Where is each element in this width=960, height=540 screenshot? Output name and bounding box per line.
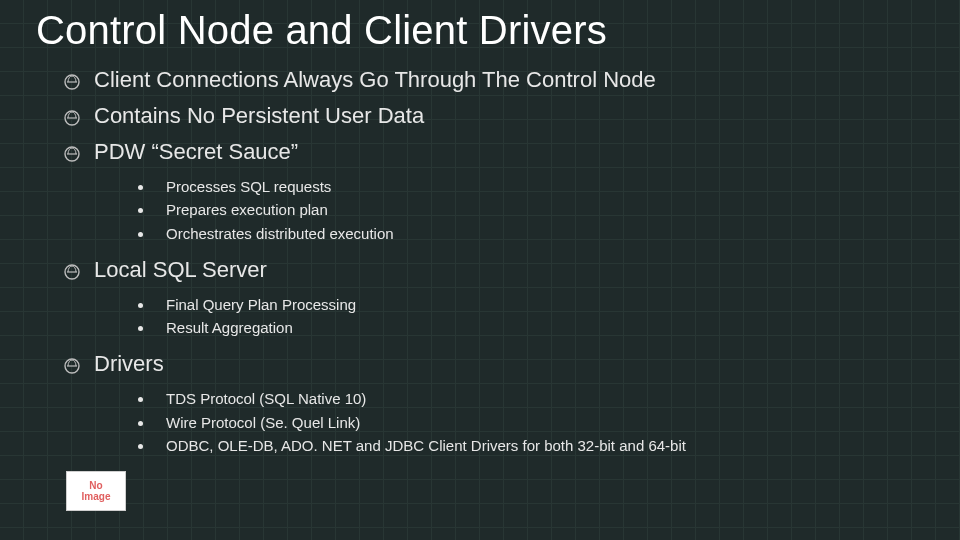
main-bullet-label: Client Connections Always Go Through The… — [94, 67, 656, 93]
main-bullet: Local SQL Server — [64, 257, 924, 283]
no-image-placeholder: NoImage — [66, 471, 126, 511]
sub-bullet: TDS Protocol (SQL Native 10) — [154, 387, 924, 410]
coin-icon — [64, 74, 80, 90]
coin-icon — [64, 358, 80, 374]
coin-icon — [64, 264, 80, 280]
sub-bullet-list: Final Query Plan ProcessingResult Aggreg… — [64, 293, 924, 340]
sub-bullet: Result Aggregation — [154, 316, 924, 339]
sub-bullet-list: TDS Protocol (SQL Native 10)Wire Protoco… — [64, 387, 924, 457]
main-bullet: Client Connections Always Go Through The… — [64, 67, 924, 93]
main-bullet: Drivers — [64, 351, 924, 377]
coin-icon — [64, 146, 80, 162]
sub-bullet-list: Processes SQL requestsPrepares execution… — [64, 175, 924, 245]
sub-bullet: Final Query Plan Processing — [154, 293, 924, 316]
main-bullet-list: Client Connections Always Go Through The… — [36, 67, 924, 457]
coin-icon — [64, 110, 80, 126]
sub-bullet: Processes SQL requests — [154, 175, 924, 198]
main-bullet: Contains No Persistent User Data — [64, 103, 924, 129]
main-bullet: PDW “Secret Sauce” — [64, 139, 924, 165]
sub-bullet: Wire Protocol (Se. Quel Link) — [154, 411, 924, 434]
sub-bullet: Orchestrates distributed execution — [154, 222, 924, 245]
sub-bullet: ODBC, OLE-DB, ADO. NET and JDBC Client D… — [154, 434, 924, 457]
no-image-label: NoImage — [82, 480, 111, 502]
slide-title: Control Node and Client Drivers — [36, 8, 924, 53]
main-bullet-label: PDW “Secret Sauce” — [94, 139, 298, 165]
main-bullet-label: Drivers — [94, 351, 164, 377]
sub-bullet: Prepares execution plan — [154, 198, 924, 221]
main-bullet-label: Contains No Persistent User Data — [94, 103, 424, 129]
main-bullet-label: Local SQL Server — [94, 257, 267, 283]
